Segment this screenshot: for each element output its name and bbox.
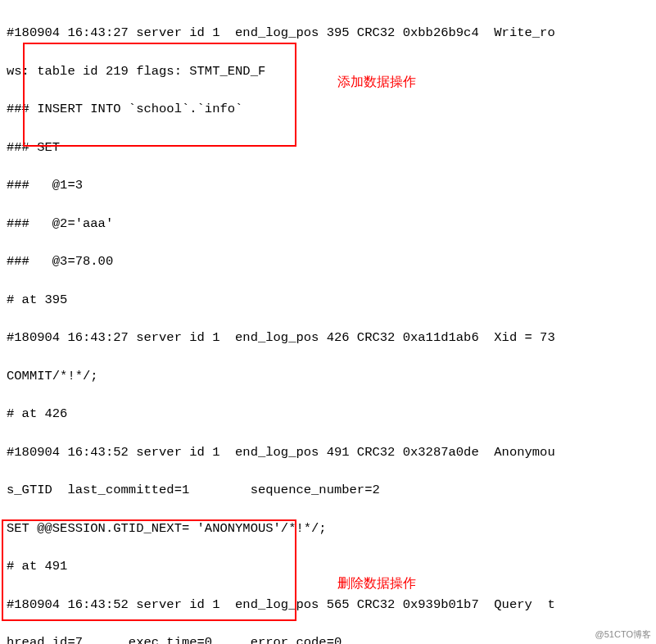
log-line: #180904 16:43:27 server id 1 end_log_pos… xyxy=(7,329,649,347)
log-line: COMMIT/*!*/; xyxy=(7,367,649,386)
log-line: # at 395 xyxy=(7,291,649,310)
insert-annotation-label: 添加数据操作 xyxy=(337,72,416,91)
log-line: SET @@SESSION.GTID_NEXT= 'ANONYMOUS'/*!*… xyxy=(7,519,649,538)
log-line: # at 491 xyxy=(7,557,649,576)
log-line: #180904 16:43:27 server id 1 end_log_pos… xyxy=(7,24,649,43)
log-line: ### @1=3 xyxy=(7,176,649,195)
log-line: hread_id=7 exec_time=0 error_code=0 xyxy=(7,633,649,644)
log-line: #180904 16:43:52 server id 1 end_log_pos… xyxy=(7,596,649,615)
log-line: ws: table id 219 flags: STMT_END_F xyxy=(7,62,649,81)
log-line: ### SET xyxy=(7,138,649,157)
log-content: #180904 16:43:27 server id 1 end_log_pos… xyxy=(0,0,656,644)
log-line: ### @2='aaa' xyxy=(7,215,649,234)
log-line: ### @3=78.00 xyxy=(7,252,649,271)
log-line: # at 426 xyxy=(7,405,649,424)
watermark: @51CTO博客 xyxy=(595,628,651,642)
delete-annotation-label: 删除数据操作 xyxy=(337,574,416,592)
log-line: ### INSERT INTO `school`.`info` xyxy=(7,100,649,119)
log-line: s_GTID last_committed=1 sequence_number=… xyxy=(7,481,649,500)
log-line: #180904 16:43:52 server id 1 end_log_pos… xyxy=(7,443,649,462)
